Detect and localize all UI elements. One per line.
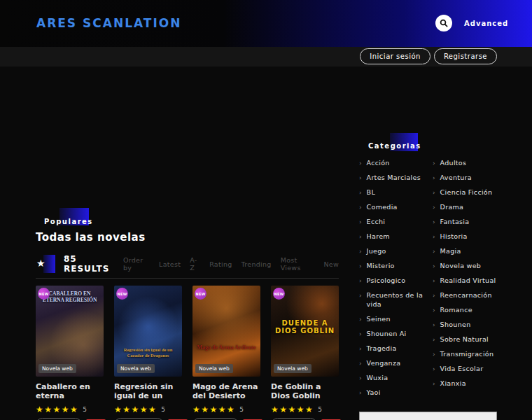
register-button[interactable]: Registrarse: [434, 48, 497, 64]
category-item-reencarnacion[interactable]: ›Reencarnación: [433, 291, 499, 300]
chevron-bullet-icon: ›: [359, 388, 362, 398]
category-item-novela-web[interactable]: ›Novela web: [433, 262, 499, 271]
novel-cover[interactable]: CABALLERO EN ETERNA REGRESIÓN NEW Novela…: [36, 286, 104, 377]
category-item-sobre-natural[interactable]: ›Sobre Natural: [433, 335, 499, 344]
rating-row: ★★★★★ 5: [114, 405, 182, 414]
category-item-tragedia[interactable]: ›Tragedia: [359, 344, 426, 354]
category-item-fantasia[interactable]: ›Fantasia: [433, 218, 499, 227]
chevron-bullet-icon: ›: [359, 276, 362, 286]
sort-options: Order by Latest A-Z Rating Trending Most…: [123, 256, 339, 272]
category-item-seinen[interactable]: ›Seinen: [359, 315, 426, 324]
category-item-recuentos[interactable]: ›Recuentos de la vida: [359, 291, 426, 309]
category-item-psicologico[interactable]: ›Psicologico: [359, 276, 426, 286]
category-item-shounen[interactable]: ›Shounen: [433, 321, 499, 330]
category-item-juego[interactable]: ›Juego: [359, 247, 426, 256]
novel-title[interactable]: Caballero en eterna Regresión: [36, 382, 104, 401]
cover-art-text: Mago de Arena Ardiente: [192, 344, 260, 351]
login-button[interactable]: Iniciar sesión: [360, 48, 430, 64]
category-item-misterio[interactable]: ›Misterio: [359, 262, 426, 271]
categories-list: ›Acción ›Artes Marciales ›BL ›Comedia ›E…: [359, 159, 499, 403]
category-item-adultos[interactable]: ›Adultos: [433, 159, 499, 168]
cover-art-text: Regresión sin igual de un Cazador de Dra…: [114, 347, 182, 358]
chevron-bullet-icon: ›: [359, 218, 362, 227]
sort-order-by[interactable]: Order by: [123, 256, 150, 272]
novel-cover[interactable]: DUENDE A DIOS GOBLIN NEW Novela web: [271, 286, 339, 377]
category-item-vida-escolar[interactable]: ›Vida Escolar: [433, 365, 499, 374]
novel-title[interactable]: De Goblin a Dios Goblin: [271, 382, 339, 401]
advanced-search-link[interactable]: Advanced: [464, 20, 508, 27]
sort-new[interactable]: New: [323, 260, 339, 268]
chevron-bullet-icon: ›: [359, 330, 362, 339]
rating-row: ★★★★★ 5: [36, 405, 104, 414]
category-item-harem[interactable]: ›Harem: [359, 232, 426, 241]
sort-latest[interactable]: Latest: [159, 260, 181, 268]
category-item-ecchi[interactable]: ›Ecchi: [359, 218, 426, 227]
category-item-drama[interactable]: ›Drama: [433, 203, 499, 212]
categories-title: Categorias: [368, 142, 421, 150]
sort-most-views[interactable]: Most Views: [281, 256, 315, 272]
star-rating-icons: ★★★★★: [192, 405, 235, 414]
sort-rating[interactable]: Rating: [209, 260, 232, 268]
category-item-yaoi[interactable]: ›Yaoi: [359, 388, 426, 398]
category-item-comedia[interactable]: ›Comedia: [359, 203, 426, 212]
novel-card[interactable]: Mago de Arena Ardiente NEW Novela web Ma…: [192, 286, 260, 420]
chevron-bullet-icon: ›: [433, 203, 435, 212]
categories-column-left: ›Acción ›Artes Marciales ›BL ›Comedia ›E…: [359, 159, 426, 403]
sort-trending[interactable]: Trending: [241, 260, 272, 268]
category-item-transmigracion[interactable]: ›Transmigración: [433, 350, 499, 359]
rating-value: 5: [239, 406, 244, 413]
new-badge: NEW: [116, 288, 128, 300]
chevron-bullet-icon: ›: [359, 188, 362, 197]
novel-card[interactable]: Regresión sin igual de un Cazador de Dra…: [114, 286, 182, 420]
category-item-magia[interactable]: ›Magia: [433, 247, 499, 256]
search-button[interactable]: [435, 15, 452, 31]
category-item-venganza[interactable]: ›Venganza: [359, 359, 426, 368]
star-rating-icons: ★★★★★: [114, 405, 157, 414]
novel-card[interactable]: CABALLERO EN ETERNA REGRESIÓN NEW Novela…: [36, 286, 104, 420]
rating-row: ★★★★★ 5: [271, 405, 339, 414]
auth-buttons: Iniciar sesión Registrarse: [360, 48, 497, 64]
search-icon: [440, 17, 448, 30]
novel-card[interactable]: DUENDE A DIOS GOBLIN NEW Novela web De G…: [271, 286, 339, 420]
star-rating-icons: ★★★★★: [36, 405, 78, 414]
chevron-bullet-icon: ›: [433, 188, 435, 197]
novel-grid: CABALLERO EN ETERNA REGRESIÓN NEW Novela…: [36, 286, 339, 420]
category-item-realidad-virtual[interactable]: ›Realidad Virtual: [433, 276, 499, 286]
chevron-bullet-icon: ›: [359, 174, 362, 183]
page-title: Todas las novelas: [36, 231, 146, 244]
novel-title[interactable]: Regresión sin igual de un Cazador de...: [114, 382, 182, 401]
results-count: 85 RESULTS: [64, 254, 123, 274]
novel-title[interactable]: Mago de Arena del Desierto Ardiente: [192, 382, 260, 401]
chevron-bullet-icon: ›: [433, 379, 435, 388]
novel-type-tag: Novela web: [195, 364, 233, 373]
sort-a-z[interactable]: A-Z: [190, 256, 200, 272]
chevron-bullet-icon: ›: [359, 159, 362, 168]
category-item-wuxia[interactable]: ›Wuxia: [359, 374, 426, 383]
category-item-romance[interactable]: ›Romance: [433, 306, 499, 315]
rating-value: 5: [83, 406, 87, 413]
category-item-artes-marciales[interactable]: ›Artes Marciales: [359, 174, 426, 183]
novel-cover[interactable]: Regresión sin igual de un Cazador de Dra…: [114, 286, 182, 377]
category-item-aventura[interactable]: ›Aventura: [433, 174, 499, 183]
novel-cover[interactable]: Mago de Arena Ardiente NEW Novela web: [192, 286, 260, 377]
categories-badge: Categorias: [368, 138, 421, 151]
populares-badge: Populares: [44, 214, 93, 227]
star-icon: ★: [36, 258, 46, 269]
category-item-shounen-ai[interactable]: ›Shounen Ai: [359, 330, 426, 339]
populares-label: Populares: [44, 218, 93, 225]
category-item-bl[interactable]: ›BL: [359, 188, 426, 197]
chevron-bullet-icon: ›: [433, 306, 435, 315]
chevron-bullet-icon: ›: [433, 335, 435, 344]
new-badge: NEW: [38, 288, 50, 300]
chevron-bullet-icon: ›: [433, 232, 435, 241]
category-item-accion[interactable]: ›Acción: [359, 159, 426, 168]
category-item-historia[interactable]: ›Historia: [433, 232, 499, 241]
category-item-xianxia[interactable]: ›Xianxia: [433, 379, 499, 388]
novel-type-tag: Novela web: [38, 364, 76, 373]
chevron-bullet-icon: ›: [433, 350, 435, 359]
chevron-bullet-icon: ›: [433, 291, 435, 300]
category-item-ciencia-ficcion[interactable]: ›Ciencia Ficción: [433, 188, 499, 197]
site-logo[interactable]: ARES SCANLATION: [36, 16, 181, 30]
chevron-bullet-icon: ›: [359, 344, 362, 354]
chevron-bullet-icon: ›: [433, 159, 435, 168]
